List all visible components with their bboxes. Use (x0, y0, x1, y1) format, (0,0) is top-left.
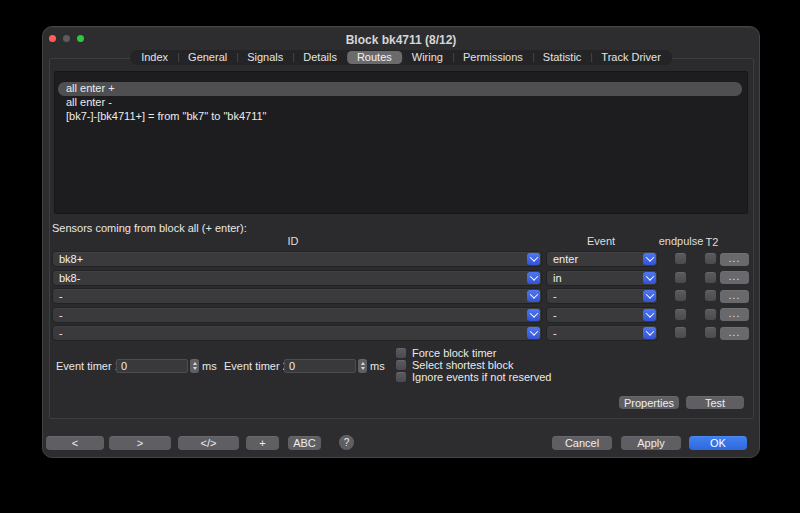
tab-routes[interactable]: Routes (347, 51, 402, 64)
sensor-row: --... (43, 289, 761, 303)
event-timer-2-stepper[interactable] (358, 359, 367, 373)
sensor-id-combo[interactable]: - (53, 289, 541, 303)
stepper-up-icon (193, 362, 197, 365)
t2-checkbox[interactable] (705, 290, 716, 301)
event-timer-2-unit: ms (370, 359, 385, 373)
chevron-glyph (645, 253, 653, 261)
tab-wiring[interactable]: Wiring (402, 51, 453, 64)
t2-checkbox[interactable] (705, 253, 716, 264)
chevron-down-icon (527, 272, 540, 284)
endpulse-checkbox[interactable] (675, 327, 686, 338)
tab-permissions[interactable]: Permissions (453, 51, 533, 64)
more-options-button[interactable]: ... (720, 327, 749, 340)
event-timer-1-stepper[interactable] (190, 359, 199, 373)
sensor-id-combo[interactable]: bk8+ (53, 252, 541, 266)
tab-details[interactable]: Details (293, 51, 347, 64)
sensor-row: bk8+enter... (43, 252, 761, 266)
sensors-section-label: Sensors coming from block all (+ enter): (52, 221, 247, 235)
chevron-glyph (529, 327, 537, 335)
more-options-button[interactable]: ... (720, 271, 749, 284)
test-button[interactable]: Test (686, 396, 744, 409)
properties-button[interactable]: Properties (619, 396, 679, 409)
chevron-glyph (645, 272, 653, 280)
tab-statistic[interactable]: Statistic (533, 51, 592, 64)
chevron-glyph (529, 253, 537, 261)
sensor-id-combo-value: bk8+ (53, 252, 527, 266)
t2-checkbox[interactable] (705, 309, 716, 320)
force-block-timer-checkbox[interactable] (396, 348, 406, 358)
apply-button[interactable]: Apply (621, 436, 681, 450)
tab-index[interactable]: Index (131, 51, 178, 64)
sensor-id-combo-value: - (53, 326, 527, 340)
tab-track-driver[interactable]: Track Driver (591, 51, 670, 64)
more-options-button[interactable]: ... (720, 253, 749, 266)
chevron-glyph (645, 309, 653, 317)
sensor-id-combo[interactable]: - (53, 308, 541, 322)
chevron-glyph (645, 290, 653, 298)
sensor-id-combo-value: bk8- (53, 271, 527, 285)
chevron-down-icon (643, 272, 656, 284)
ignore-events-if-not-reserved-checkbox[interactable] (396, 372, 406, 382)
stepper-up-icon (361, 362, 365, 365)
chevron-glyph (529, 309, 537, 317)
prev-button[interactable]: < (46, 436, 104, 450)
sensor-event-combo-value: enter (547, 252, 643, 266)
chevron-down-icon (527, 309, 540, 321)
endpulse-checkbox[interactable] (675, 309, 686, 320)
more-options-button[interactable]: ... (720, 308, 749, 321)
option-label: Force block timer (412, 347, 496, 359)
sensor-id-combo[interactable]: - (53, 326, 541, 340)
chevron-glyph (529, 290, 537, 298)
option-label: Select shortest block (412, 359, 514, 371)
t2-checkbox[interactable] (705, 272, 716, 283)
tab-signals[interactable]: Signals (237, 51, 293, 64)
chevron-glyph (529, 272, 537, 280)
t2-checkbox[interactable] (705, 327, 716, 338)
column-header-t2: T2 (706, 236, 719, 248)
chevron-down-icon (643, 253, 656, 265)
stepper-down-icon (361, 367, 365, 370)
next-button[interactable]: > (109, 436, 171, 450)
chevron-down-icon (643, 309, 656, 321)
endpulse-checkbox[interactable] (675, 272, 686, 283)
option-force-block-timer: Force block timer (396, 347, 551, 359)
sensor-id-combo-value: - (53, 308, 527, 322)
route-list-item[interactable]: all enter - (58, 96, 742, 110)
route-list-item[interactable]: [bk7-]-[bk4711+] = from "bk7" to "bk4711… (58, 110, 742, 124)
chevron-down-icon (643, 327, 656, 339)
markup-button[interactable]: </> (178, 436, 239, 450)
add-button[interactable]: + (246, 436, 279, 450)
endpulse-checkbox[interactable] (675, 253, 686, 264)
sensor-row: bk8-in... (43, 271, 761, 285)
event-timer-2-input[interactable] (284, 359, 356, 373)
screen-background: Block bk4711 (8/12) IndexGeneralSignalsD… (0, 0, 800, 513)
sensor-event-combo-value: in (547, 271, 643, 285)
option-label: Ignore events if not reserved (412, 371, 551, 383)
abc-button[interactable]: ABC (288, 436, 321, 450)
route-list-item[interactable]: all enter + (58, 82, 742, 96)
window-title: Block bk4711 (8/12) (43, 33, 759, 47)
chevron-down-icon (527, 290, 540, 302)
sensor-event-combo[interactable]: - (547, 326, 657, 340)
block-properties-window: Block bk4711 (8/12) IndexGeneralSignalsD… (42, 26, 760, 458)
chevron-glyph (645, 327, 653, 335)
select-shortest-block-checkbox[interactable] (396, 360, 406, 370)
endpulse-checkbox[interactable] (675, 290, 686, 301)
sensor-id-combo-value: - (53, 289, 527, 303)
sensor-table: bk8+enter...bk8-in...--...--...--... (43, 252, 761, 340)
event-timer-1-unit: ms (202, 359, 217, 373)
sensor-event-combo[interactable]: - (547, 308, 657, 322)
column-header-endpulse: endpulse (659, 235, 704, 247)
sensor-event-combo[interactable]: in (547, 271, 657, 285)
sensor-id-combo[interactable]: bk8- (53, 271, 541, 285)
option-select-shortest-block: Select shortest block (396, 359, 551, 371)
cancel-button[interactable]: Cancel (552, 436, 612, 450)
event-timer-1-input[interactable] (116, 359, 188, 373)
more-options-button[interactable]: ... (720, 290, 749, 303)
tab-general[interactable]: General (178, 51, 237, 64)
column-header-event: Event (587, 235, 615, 247)
sensor-event-combo[interactable]: enter (547, 252, 657, 266)
sensor-event-combo[interactable]: - (547, 289, 657, 303)
help-button[interactable]: ? (339, 435, 354, 450)
ok-button[interactable]: OK (689, 436, 747, 450)
